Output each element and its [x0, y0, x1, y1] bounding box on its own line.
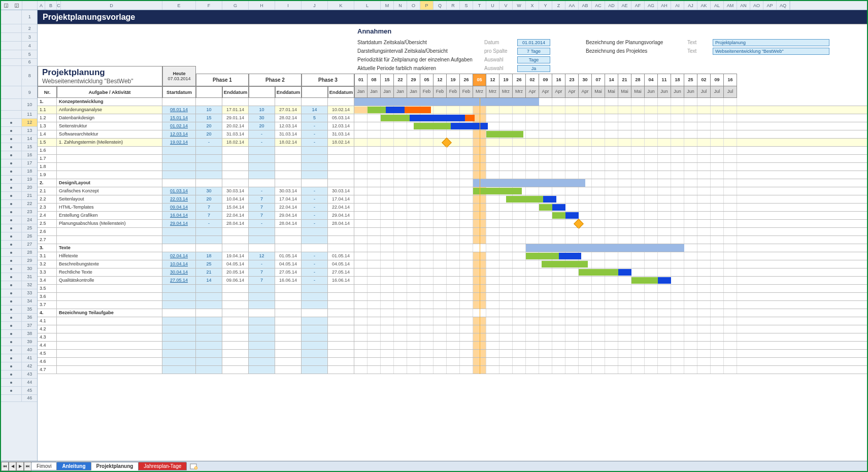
gantt-cell[interactable] — [697, 195, 711, 203]
gantt-cell[interactable] — [552, 350, 565, 357]
col-O[interactable]: O — [407, 1, 420, 10]
gantt-cell[interactable] — [460, 244, 473, 252]
gantt-cell[interactable] — [526, 366, 539, 374]
gantt-cell[interactable] — [645, 325, 658, 333]
tl-month-9[interactable]: Mrz — [473, 86, 486, 98]
sheet-tab-fimovi[interactable]: Fimovi — [31, 462, 57, 470]
tl-day-6[interactable]: 12 — [433, 74, 447, 86]
gantt-cell[interactable] — [486, 358, 499, 365]
tl-day-20[interactable]: 21 — [618, 74, 631, 86]
row-num-9[interactable]: 9 — [22, 86, 37, 98]
gantt-cell[interactable] — [605, 342, 618, 349]
gantt-cell[interactable] — [565, 317, 579, 325]
gantt-cell[interactable] — [645, 106, 658, 114]
gantt-cell[interactable] — [394, 358, 407, 365]
gantt-cell[interactable] — [631, 220, 645, 227]
gantt-cell[interactable] — [354, 252, 368, 260]
col-AC[interactable]: AC — [592, 1, 605, 10]
gantt-cell[interactable] — [381, 155, 394, 162]
tl-day-23[interactable]: 11 — [658, 74, 671, 86]
gantt-cell[interactable] — [354, 155, 368, 162]
gantt-cell[interactable] — [394, 130, 407, 138]
gantt-cell[interactable] — [565, 204, 579, 211]
cell-start[interactable]: 01.03.14 — [162, 187, 196, 195]
cell-nr[interactable]: 1. — [38, 98, 57, 106]
cell-nr[interactable]: 1.4 — [38, 130, 57, 138]
row-num-34[interactable]: 34 — [22, 297, 37, 305]
gantt-cell[interactable] — [711, 325, 724, 333]
gantt-cell[interactable] — [658, 301, 671, 309]
tl-month-24[interactable]: Jun — [671, 86, 684, 98]
gantt-cell[interactable] — [499, 155, 513, 162]
outline-row-29[interactable] — [1, 257, 22, 264]
gantt-cell[interactable] — [645, 139, 658, 146]
gantt-cell[interactable] — [711, 114, 724, 122]
gantt-cell[interactable] — [354, 366, 368, 374]
gantt-cell[interactable] — [697, 309, 711, 317]
gantt-cell[interactable] — [645, 187, 658, 195]
gantt-cell[interactable] — [354, 325, 368, 333]
gantt-cell[interactable] — [499, 122, 513, 130]
sheet-tab-anleitung[interactable]: Anleitung — [56, 462, 91, 470]
gantt-cell[interactable] — [354, 204, 368, 211]
gantt-cell[interactable] — [579, 350, 592, 357]
gantt-cell[interactable] — [724, 244, 737, 252]
gantt-cell[interactable] — [631, 130, 645, 138]
gantt-cell[interactable] — [671, 293, 684, 300]
cell-t1[interactable]: 15 — [196, 114, 222, 122]
row-num-30[interactable]: 30 — [22, 265, 37, 273]
gantt-cell[interactable] — [697, 130, 711, 138]
gantt-cell[interactable] — [697, 114, 711, 122]
gantt-cell[interactable] — [697, 244, 711, 252]
gantt-cell[interactable] — [671, 220, 684, 227]
gantt-cell[interactable] — [420, 163, 433, 171]
outline-row-28[interactable] — [1, 249, 22, 256]
cell-t1[interactable] — [196, 358, 222, 365]
gantt-cell[interactable] — [486, 252, 499, 260]
gantt-cell[interactable] — [368, 195, 381, 203]
tl-month-22[interactable]: Jun — [645, 86, 658, 98]
gantt-cell[interactable] — [420, 333, 433, 341]
gantt-cell[interactable] — [724, 114, 737, 122]
cell-t3[interactable]: - — [302, 187, 328, 195]
gantt-cell[interactable] — [526, 130, 539, 138]
cell-nr[interactable]: 4.5 — [38, 350, 57, 357]
gantt-cell[interactable] — [697, 155, 711, 162]
gantt-cell[interactable] — [645, 333, 658, 341]
gantt-cell[interactable] — [724, 260, 737, 268]
gantt-cell[interactable] — [513, 260, 526, 268]
gantt-cell[interactable] — [368, 114, 381, 122]
gantt-cell[interactable] — [565, 195, 579, 203]
gantt-cell[interactable] — [381, 179, 394, 187]
cell-start[interactable]: 27.05.14 — [162, 277, 196, 284]
gantt-cell[interactable] — [433, 130, 447, 138]
gantt-cell[interactable] — [394, 179, 407, 187]
gantt-cell[interactable] — [513, 358, 526, 365]
gantt-cell[interactable] — [486, 228, 499, 235]
row-4.2[interactable]: 4.2 — [38, 325, 867, 333]
cell-t2[interactable] — [249, 163, 275, 171]
gantt-cell[interactable] — [354, 350, 368, 357]
gantt-cell[interactable] — [684, 220, 697, 227]
cell-t2[interactable] — [249, 366, 275, 374]
gantt-cell[interactable] — [552, 277, 565, 284]
gantt-cell[interactable] — [618, 228, 631, 235]
gantt-cell[interactable] — [354, 358, 368, 365]
sheet-tab-projektplanung[interactable]: Projektplanung — [91, 462, 139, 470]
gantt-cell[interactable] — [697, 350, 711, 357]
th-tage-1[interactable]: Tage — [196, 86, 222, 98]
new-sheet-icon[interactable] — [189, 463, 199, 470]
gantt-cell[interactable] — [460, 325, 473, 333]
gantt-cell[interactable] — [645, 204, 658, 211]
cell-nr[interactable]: 3.1 — [38, 252, 57, 260]
gantt-cell[interactable] — [526, 285, 539, 292]
gantt-cell[interactable] — [394, 277, 407, 284]
gantt-cell[interactable] — [420, 204, 433, 211]
cell-name[interactable]: Softwarearchitektur — [57, 130, 162, 138]
gantt-cell[interactable] — [381, 139, 394, 146]
gantt-cell[interactable] — [605, 204, 618, 211]
gantt-cell[interactable] — [552, 317, 565, 325]
gantt-cell[interactable] — [526, 301, 539, 309]
cell-t2[interactable]: 20 — [249, 122, 275, 130]
gantt-cell[interactable] — [447, 204, 460, 211]
